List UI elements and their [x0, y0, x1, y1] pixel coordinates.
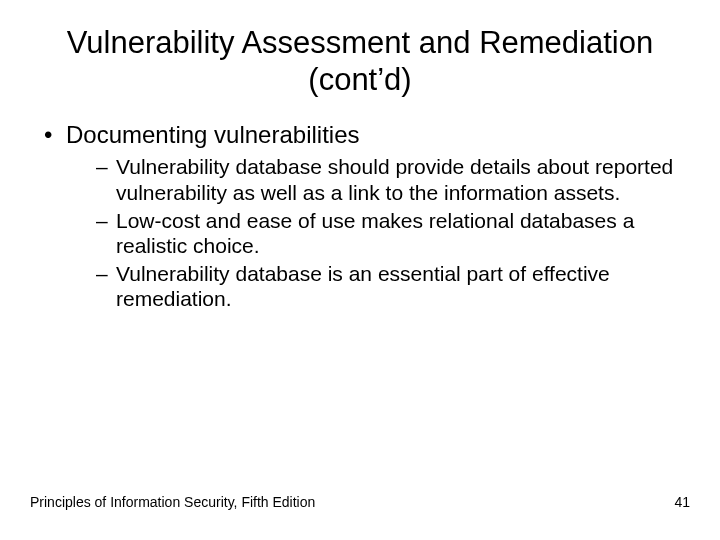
slide-title: Vulnerability Assessment and Remediation…	[30, 24, 690, 98]
bullet-text: Vulnerability database is an essential p…	[116, 262, 610, 311]
bullet-list-level1: Documenting vulnerabilities Vulnerabilit…	[30, 120, 690, 312]
slide: Vulnerability Assessment and Remediation…	[0, 0, 720, 540]
footer-left: Principles of Information Security, Fift…	[30, 494, 315, 510]
list-item: Vulnerability database should provide de…	[96, 154, 690, 205]
bullet-text: Vulnerability database should provide de…	[116, 155, 673, 204]
bullet-list-level2: Vulnerability database should provide de…	[66, 154, 690, 312]
bullet-text: Low-cost and ease of use makes relationa…	[116, 209, 634, 258]
page-number: 41	[674, 494, 690, 510]
footer: Principles of Information Security, Fift…	[30, 494, 690, 510]
list-item: Documenting vulnerabilities Vulnerabilit…	[40, 120, 690, 312]
list-item: Vulnerability database is an essential p…	[96, 261, 690, 312]
bullet-text: Documenting vulnerabilities	[66, 121, 359, 148]
list-item: Low-cost and ease of use makes relationa…	[96, 208, 690, 259]
